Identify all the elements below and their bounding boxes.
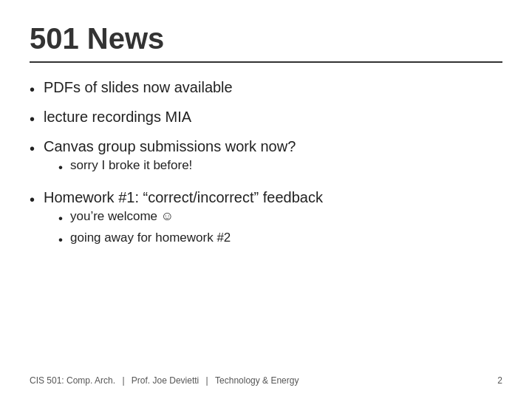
bullet-dot: • xyxy=(30,109,35,129)
sub-bullet-text: going away for homework #2 xyxy=(70,231,231,245)
footer-course: CIS 501: Comp. Arch. xyxy=(30,375,115,386)
sub-bullet-dot: • xyxy=(58,158,63,177)
bullet-text: lecture recordings MIA xyxy=(44,109,191,126)
sub-bullet-text: sorry I broke it before! xyxy=(70,158,192,173)
sub-bullet-list-homework: • you’re welcome ☺ • going away for home… xyxy=(58,209,323,250)
sub-list-item: • going away for homework #2 xyxy=(58,231,323,250)
slide: 501 News • PDFs of slides now available … xyxy=(0,0,532,399)
sub-list-item: • you’re welcome ☺ xyxy=(58,209,323,228)
bullet-text: Canvas group submissions work now? xyxy=(44,138,296,154)
footer-professor: Prof. Joe Devietti xyxy=(132,375,199,386)
list-item: • PDFs of slides now available xyxy=(30,79,502,100)
list-item: • Canvas group submissions work now? • s… xyxy=(30,138,502,180)
sub-bullet-dot: • xyxy=(58,209,63,228)
list-item: • Homework #1: “correct/incorrect” feedb… xyxy=(30,189,502,253)
bullet-dot: • xyxy=(30,79,35,100)
sub-bullet-list: • sorry I broke it before! xyxy=(58,158,296,177)
footer-page: 2 xyxy=(497,375,502,386)
bullet-text-homework: Homework #1: “correct/incorrect” feedbac… xyxy=(44,189,323,205)
footer-topic: Technology & Energy xyxy=(215,375,299,386)
slide-content: • PDFs of slides now available • lecture… xyxy=(30,79,502,253)
slide-footer: CIS 501: Comp. Arch. | Prof. Joe Deviett… xyxy=(30,375,502,386)
bullet-dot: • xyxy=(30,138,35,159)
footer-sep1: | xyxy=(122,375,126,386)
main-bullet-list: • PDFs of slides now available • lecture… xyxy=(30,79,502,253)
slide-title: 501 News xyxy=(30,22,502,55)
bullet-text: PDFs of slides now available xyxy=(44,79,233,96)
footer-info: CIS 501: Comp. Arch. | Prof. Joe Deviett… xyxy=(30,375,299,386)
sub-list-item: • sorry I broke it before! xyxy=(58,158,296,177)
sub-bullet-text: you’re welcome ☺ xyxy=(70,209,174,224)
list-item: • lecture recordings MIA xyxy=(30,109,502,129)
footer-sep2: | xyxy=(206,375,211,386)
title-section: 501 News xyxy=(30,22,502,63)
bullet-dot: • xyxy=(30,189,35,210)
sub-bullet-dot: • xyxy=(58,231,63,250)
